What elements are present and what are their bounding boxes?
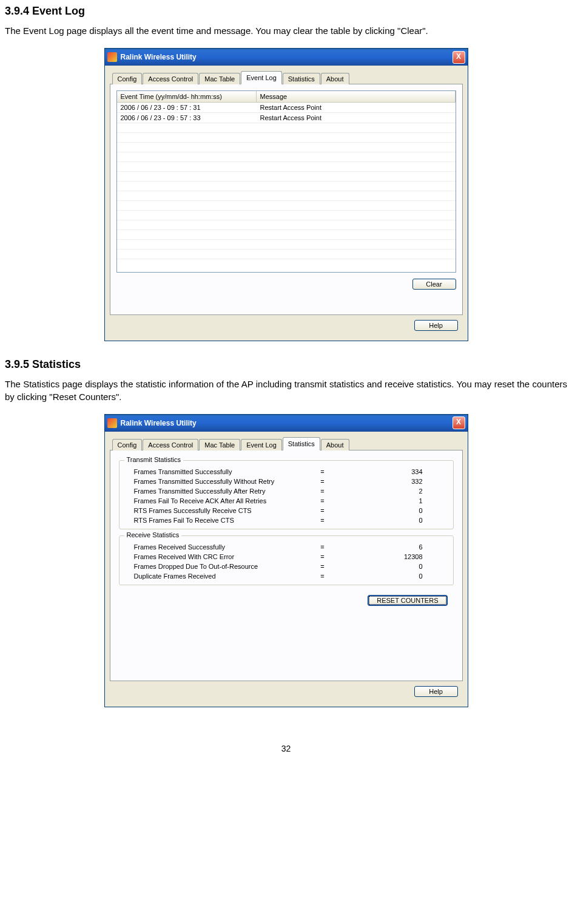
stat-label: Frames Dropped Due To Out-of-Resource xyxy=(126,563,308,570)
stat-eq: = xyxy=(308,517,338,524)
reset-counters-button[interactable]: RESET COUNTERS xyxy=(368,595,447,606)
close-button[interactable]: X xyxy=(453,416,465,429)
tab-config[interactable]: Config xyxy=(112,73,143,84)
stat-row: RTS Frames Fail To Receive CTS = 0 xyxy=(126,515,447,525)
stat-row: Frames Received Successfully = 6 xyxy=(126,542,447,552)
tab-config[interactable]: Config xyxy=(112,439,143,450)
cell-time: 2006 / 06 / 23 - 09 : 57 : 31 xyxy=(117,103,257,112)
event-log-listview[interactable]: Event Time (yy/mm/dd- hh:mm:ss) Message … xyxy=(116,90,456,273)
stat-value: 12308 xyxy=(338,553,447,560)
stat-eq: = xyxy=(308,497,338,504)
stat-row: Frames Dropped Due To Out-of-Resource = … xyxy=(126,562,447,571)
stat-label: Frames Fail To Receive ACK After All Ret… xyxy=(126,497,308,504)
stat-label: Frames Received Successfully xyxy=(126,543,308,551)
tab-strip: Config Access Control Mac Table Event Lo… xyxy=(110,437,463,450)
stat-eq: = xyxy=(308,572,338,580)
tab-mac-table[interactable]: Mac Table xyxy=(199,73,240,84)
section-intro-event-log: The Event Log page displays all the even… xyxy=(5,25,567,37)
list-row[interactable]: 2006 / 06 / 23 - 09 : 57 : 33 Restart Ac… xyxy=(117,113,456,123)
stat-value: 2 xyxy=(338,487,447,495)
stat-row: Frames Transmitted Successfully After Re… xyxy=(126,486,447,496)
stat-row: Frames Received With CRC Error = 12308 xyxy=(126,552,447,562)
help-button[interactable]: Help xyxy=(414,686,458,697)
list-row-empty xyxy=(117,172,456,182)
tab-strip: Config Access Control Mac Table Event Lo… xyxy=(110,70,463,84)
list-row-empty xyxy=(117,230,456,240)
stat-value: 334 xyxy=(338,468,447,475)
stat-row: Frames Fail To Receive ACK After All Ret… xyxy=(126,496,447,506)
stat-value: 1 xyxy=(338,497,447,504)
cell-message: Restart Access Point xyxy=(257,113,456,123)
tab-access-control[interactable]: Access Control xyxy=(143,439,198,450)
receive-statistics-group: Receive Statistics Frames Received Succe… xyxy=(119,535,454,585)
listview-body[interactable]: 2006 / 06 / 23 - 09 : 57 : 31 Restart Ac… xyxy=(117,103,456,272)
titlebar: Ralink Wireless Utility X xyxy=(105,415,468,432)
window-title: Ralink Wireless Utility xyxy=(121,53,453,61)
stat-row: RTS Frames Successfully Receive CTS = 0 xyxy=(126,506,447,515)
cell-message: Restart Access Point xyxy=(257,103,456,112)
tab-statistics[interactable]: Statistics xyxy=(283,437,320,450)
stat-value: 0 xyxy=(338,507,447,514)
close-button[interactable]: X xyxy=(453,51,465,64)
app-icon xyxy=(107,418,117,428)
tab-about[interactable]: About xyxy=(321,73,349,84)
transmit-legend: Transmit Statistics xyxy=(124,456,183,463)
stat-label: Frames Transmitted Successfully Without … xyxy=(126,478,308,485)
stat-row: Frames Transmitted Successfully = 334 xyxy=(126,467,447,477)
statistics-window: Ralink Wireless Utility X Config Access … xyxy=(104,414,468,707)
stat-label: Duplicate Frames Received xyxy=(126,572,308,580)
event-log-window: Ralink Wireless Utility X Config Access … xyxy=(104,48,468,341)
list-row-empty xyxy=(117,152,456,162)
list-row-empty xyxy=(117,211,456,220)
stat-value: 0 xyxy=(338,572,447,580)
tab-event-log[interactable]: Event Log xyxy=(241,439,282,450)
stat-label: RTS Frames Fail To Receive CTS xyxy=(126,517,308,524)
list-row-empty xyxy=(117,201,456,211)
receive-legend: Receive Statistics xyxy=(124,531,182,538)
clear-button[interactable]: Clear xyxy=(412,279,456,290)
section-intro-statistics: The Statistics page displays the statist… xyxy=(5,378,567,403)
stat-eq: = xyxy=(308,543,338,551)
column-event-time[interactable]: Event Time (yy/mm/dd- hh:mm:ss) xyxy=(117,91,257,102)
statistics-panel: Transmit Statistics Frames Transmitted S… xyxy=(110,450,463,681)
tab-mac-table[interactable]: Mac Table xyxy=(199,439,240,450)
list-row-empty xyxy=(117,191,456,201)
list-row-empty xyxy=(117,240,456,250)
cell-time: 2006 / 06 / 23 - 09 : 57 : 33 xyxy=(117,113,257,123)
stat-label: RTS Frames Successfully Receive CTS xyxy=(126,507,308,514)
event-log-panel: Event Time (yy/mm/dd- hh:mm:ss) Message … xyxy=(110,84,463,315)
window-title: Ralink Wireless Utility xyxy=(121,419,453,427)
stat-eq: = xyxy=(308,553,338,560)
list-row-empty xyxy=(117,133,456,143)
stat-value: 0 xyxy=(338,563,447,570)
stat-label: Frames Transmitted Successfully After Re… xyxy=(126,487,308,495)
list-row-empty xyxy=(117,220,456,230)
stat-eq: = xyxy=(308,487,338,495)
stat-value: 0 xyxy=(338,517,447,524)
transmit-statistics-group: Transmit Statistics Frames Transmitted S… xyxy=(119,460,454,529)
listview-header: Event Time (yy/mm/dd- hh:mm:ss) Message xyxy=(117,91,456,103)
list-row-empty xyxy=(117,123,456,133)
stat-value: 332 xyxy=(338,478,447,485)
page-number: 32 xyxy=(5,744,567,753)
list-row-empty xyxy=(117,182,456,191)
stat-row: Duplicate Frames Received = 0 xyxy=(126,571,447,581)
stat-value: 6 xyxy=(338,543,447,551)
tab-event-log[interactable]: Event Log xyxy=(241,71,282,84)
list-row-empty xyxy=(117,162,456,172)
stat-eq: = xyxy=(308,507,338,514)
column-message[interactable]: Message xyxy=(257,91,456,102)
section-heading-event-log: 3.9.4 Event Log xyxy=(5,5,567,18)
app-icon xyxy=(107,52,117,62)
list-row-empty xyxy=(117,250,456,259)
list-row-empty xyxy=(117,143,456,152)
tab-statistics[interactable]: Statistics xyxy=(283,73,320,84)
stat-label: Frames Received With CRC Error xyxy=(126,553,308,560)
stat-eq: = xyxy=(308,478,338,485)
list-row[interactable]: 2006 / 06 / 23 - 09 : 57 : 31 Restart Ac… xyxy=(117,103,456,113)
section-heading-statistics: 3.9.5 Statistics xyxy=(5,358,567,371)
tab-access-control[interactable]: Access Control xyxy=(143,73,198,84)
tab-about[interactable]: About xyxy=(321,439,349,450)
help-button[interactable]: Help xyxy=(414,320,458,331)
stat-row: Frames Transmitted Successfully Without … xyxy=(126,477,447,486)
